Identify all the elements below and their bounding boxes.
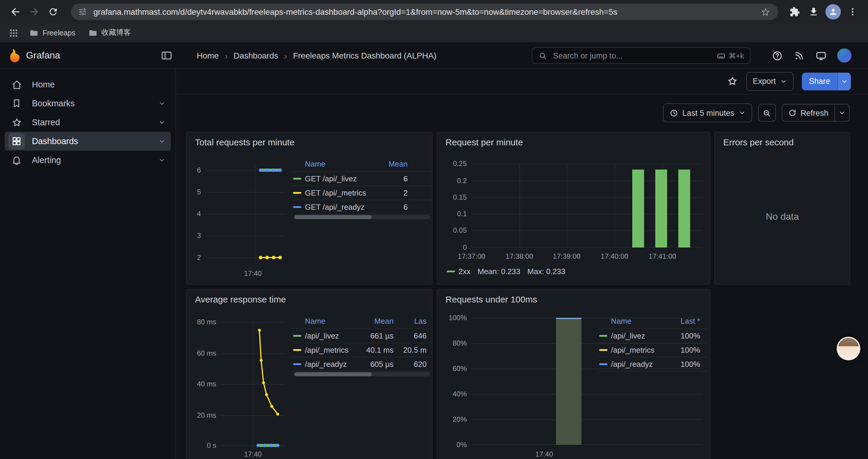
url-bar[interactable]: grafana.mathmast.com/d/deytv4rwavabkb/fr…	[71, 4, 778, 20]
browser-menu-button[interactable]	[843, 2, 862, 21]
chevron-down-icon[interactable]	[158, 99, 166, 107]
total-requests-plot[interactable]	[206, 165, 285, 263]
bell-icon	[8, 152, 25, 168]
browser-profile-avatar[interactable]	[826, 4, 841, 20]
legend-scrollbar[interactable]	[294, 372, 430, 376]
star-dashboard-button[interactable]	[727, 76, 738, 87]
zoom-out-icon	[762, 108, 771, 117]
bookmark-star-icon[interactable]	[761, 6, 771, 17]
share-caret-button[interactable]	[837, 72, 851, 90]
bookmarks-bar: Freeleaps 收藏博客	[0, 24, 868, 42]
legend-header-last[interactable]: Las	[414, 314, 427, 328]
time-range-picker[interactable]: Last 5 minutes	[663, 103, 752, 122]
legend-row[interactable]: /api/_readyz 100%	[598, 357, 707, 371]
scrollbar-thumb[interactable]	[294, 215, 372, 219]
chevron-down-icon[interactable]	[158, 137, 166, 145]
legend-row[interactable]: /api/_metrics 40.1 ms 20.5 m	[292, 343, 433, 357]
bar-under-100ms	[556, 318, 582, 445]
y-tick: 20 ms	[187, 411, 216, 419]
x-tick: 17:41:00	[645, 252, 680, 261]
y-tick: 80%	[440, 339, 467, 347]
apps-grid-icon	[9, 28, 18, 37]
user-avatar[interactable]	[837, 48, 851, 63]
sidebar-item-bookmarks[interactable]: Bookmarks	[5, 94, 171, 113]
series-color-dash	[293, 363, 301, 365]
panel-title[interactable]: Requests under 100ms	[445, 294, 537, 304]
rss-icon	[794, 50, 805, 61]
bookmark-folder-blogs[interactable]: 收藏博客	[84, 25, 135, 40]
chevron-down-icon[interactable]	[158, 156, 166, 164]
refresh-button[interactable]: Refresh	[782, 104, 834, 121]
scrollbar-thumb[interactable]	[294, 372, 372, 376]
search-input[interactable]	[552, 51, 712, 61]
legend-row[interactable]: GET /api/_readyz 6	[292, 200, 433, 215]
chevron-down-icon[interactable]	[158, 118, 166, 126]
bookmark-folder-freeleaps[interactable]: Freeleaps	[25, 26, 80, 40]
gridline	[519, 164, 520, 248]
site-settings-icon[interactable]	[78, 6, 89, 17]
legend-header-mean[interactable]: Mean	[389, 157, 408, 171]
breadcrumb-home[interactable]: Home	[197, 51, 219, 60]
legend-table: Name Mean GET /api/_livez 6 GET /api/_me…	[292, 157, 433, 215]
extensions-button[interactable]	[785, 2, 804, 21]
refresh-icon	[788, 109, 796, 117]
dock-menu-button[interactable]	[161, 50, 173, 61]
forward-button[interactable]	[25, 2, 44, 21]
breadcrumb-dashboards[interactable]: Dashboards	[234, 51, 278, 60]
share-button[interactable]: Share	[802, 72, 851, 90]
apps-grid-button[interactable]	[6, 25, 21, 40]
sidebar-item-home[interactable]: Home	[5, 75, 171, 94]
y-tick: 2	[187, 254, 201, 262]
legend-row[interactable]: /api/_livez 661 µs 646	[292, 329, 433, 343]
panel-title[interactable]: Errors per second	[723, 137, 794, 147]
reload-button[interactable]	[44, 2, 63, 21]
panel-title[interactable]: Total requests per minute	[195, 137, 294, 147]
avg-response-time-plot[interactable]	[221, 321, 284, 449]
panel-title[interactable]: Average response time	[195, 294, 286, 304]
request-per-minute-plot[interactable]	[471, 164, 703, 248]
y-tick: 3	[187, 232, 201, 240]
chat-widget-avatar[interactable]	[837, 337, 860, 360]
legend-header-name[interactable]: Name	[305, 314, 325, 328]
legend-row[interactable]: GET /api/_livez 6	[292, 172, 433, 186]
zoom-out-time-button[interactable]	[758, 104, 776, 122]
news-button[interactable]	[794, 50, 805, 61]
home-icon	[8, 76, 25, 93]
grafana-brand: Grafana	[26, 42, 60, 68]
legend-header-mean[interactable]: Mean	[374, 314, 394, 328]
series-color-dash	[293, 335, 301, 337]
back-button[interactable]	[6, 2, 25, 21]
legend-row[interactable]: /api/_livez 100%	[598, 329, 707, 343]
sidebar-item-starred[interactable]: Starred	[5, 113, 171, 132]
legend-header-name[interactable]: Name	[305, 157, 325, 171]
legend-table: Name Last * /api/_livez 100% /api/_metri…	[598, 314, 707, 371]
export-button[interactable]: Export	[746, 72, 794, 91]
search-box[interactable]: ⌘+k	[532, 47, 750, 64]
refresh-interval-caret[interactable]	[834, 104, 849, 121]
downloads-button[interactable]	[804, 2, 823, 21]
help-button[interactable]	[772, 50, 783, 61]
search-icon	[538, 51, 547, 60]
grafana-logo-icon[interactable]	[7, 48, 23, 63]
series-color-dash	[293, 178, 301, 179]
sidebar-item-alerting[interactable]: Alerting	[5, 151, 171, 169]
legend-row[interactable]: /api/_metrics 100%	[598, 343, 707, 357]
legend-row[interactable]: /api/_readyz 605 µs 620	[292, 357, 433, 371]
panel-legend[interactable]: 2xx Mean: 0.233 Max: 0.233	[447, 267, 565, 276]
bookmark-icon	[8, 95, 25, 112]
person-icon	[829, 7, 838, 17]
panel-title[interactable]: Request per minute	[445, 137, 523, 147]
sidebar-item-dashboards[interactable]: Dashboards	[5, 132, 171, 151]
legend-header-last[interactable]: Last *	[681, 314, 701, 328]
x-tick: 17:37:00	[454, 252, 489, 261]
legend-row[interactable]: GET /api/_metrics 2	[292, 186, 433, 200]
legend-header-name[interactable]: Name	[611, 314, 631, 328]
panel-avg-response-time: Average response time 80 ms 60 ms 40 ms …	[186, 289, 433, 459]
y-tick: 60 ms	[187, 349, 216, 357]
dashboard-main: Export Share Last 5 minutes	[176, 68, 868, 459]
dashboards-grid-icon	[8, 133, 25, 150]
grafana-header: Grafana Home › Dashboards › Freeleaps Me…	[0, 42, 868, 68]
kiosk-mode-button[interactable]	[815, 50, 827, 61]
monitor-icon	[815, 50, 827, 61]
legend-scrollbar[interactable]	[294, 215, 430, 219]
